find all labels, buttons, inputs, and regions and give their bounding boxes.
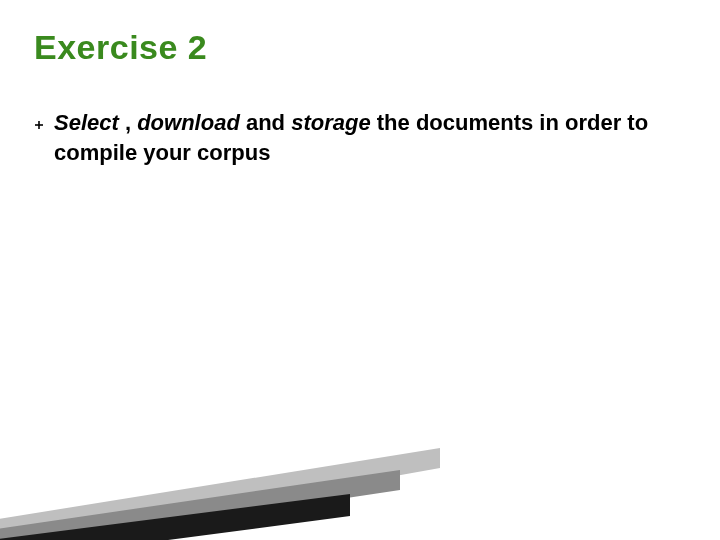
separator: ,	[119, 110, 137, 135]
emph-download: download	[137, 110, 240, 135]
bullet-text: Select , download and storage the docume…	[54, 108, 660, 167]
svg-marker-3	[0, 470, 400, 540]
bullet-icon	[34, 116, 48, 134]
emph-storage: storage	[291, 110, 370, 135]
slide-title: Exercise 2	[34, 28, 207, 67]
svg-marker-4	[0, 494, 350, 540]
emph-select: Select	[54, 110, 119, 135]
svg-marker-2	[0, 448, 440, 540]
slide: Exercise 2 Select , download and storage…	[0, 0, 720, 540]
connector-and: and	[240, 110, 291, 135]
decorative-stripes	[0, 408, 440, 540]
bullet-item: Select , download and storage the docume…	[34, 108, 660, 167]
slide-body: Select , download and storage the docume…	[34, 108, 660, 167]
